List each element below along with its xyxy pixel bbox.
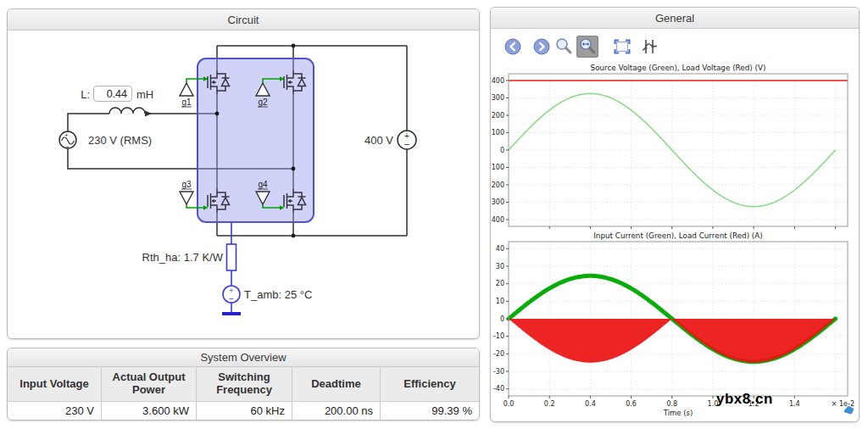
current-chart: 403020100-10-20-30-400.00.20.40.60.81.01… xyxy=(492,231,860,425)
circuit-panel: Circuit L: mH + − 230 V (RMS) xyxy=(7,8,480,339)
circuit-diagram: L: mH + − 230 V (RMS) + − 400 V xyxy=(8,31,479,339)
col-switching-frequency: Switching Frequency xyxy=(197,367,292,402)
value-switching-frequency: 60 kHz xyxy=(197,402,292,420)
svg-text:-300: -300 xyxy=(492,198,504,206)
zoom-horizontal-icon[interactable] xyxy=(576,36,598,58)
svg-text:-200: -200 xyxy=(492,181,504,189)
col-efficiency: Efficiency xyxy=(381,367,479,402)
value-input-voltage: 230 V xyxy=(8,402,102,420)
svg-text:-30: -30 xyxy=(493,368,504,376)
svg-text:Input Current (Green), Load C: Input Current (Green), Load Current (Red… xyxy=(593,231,763,240)
ac-plus: + xyxy=(64,131,69,139)
ac-source[interactable]: + − 230 V (RMS) xyxy=(59,131,152,151)
col-actual-output-power: Actual Output Power xyxy=(102,367,197,402)
svg-text:40: 40 xyxy=(496,245,504,253)
zoom-fit-icon[interactable] xyxy=(611,36,633,58)
svg-text:0.8: 0.8 xyxy=(666,400,677,408)
system-overview-title: System Overview xyxy=(8,348,479,367)
forward-icon[interactable] xyxy=(531,36,553,58)
svg-text:0.0: 0.0 xyxy=(504,400,515,408)
thermal-resistor[interactable] xyxy=(227,244,236,270)
system-overview-panel: System Overview Input Voltage Actual Out… xyxy=(7,348,480,421)
gate-label-g1: g1 xyxy=(181,98,192,107)
svg-text:-40: -40 xyxy=(493,385,504,393)
svg-text:Time (s): Time (s) xyxy=(663,409,693,417)
col-deadtime: Deadtime xyxy=(292,367,381,402)
zoom-icon[interactable] xyxy=(553,36,575,58)
svg-text:-20: -20 xyxy=(493,350,504,358)
gate-label-g2: g2 xyxy=(258,98,268,107)
hand-grip-icon[interactable] xyxy=(843,404,855,419)
dc-source-label: 400 V xyxy=(364,134,393,147)
svg-text:20: 20 xyxy=(496,280,504,287)
watermark: ybx8.cn xyxy=(716,391,773,408)
scope-toolbar xyxy=(491,30,859,64)
svg-text:Source Voltage (Green), Load: Source Voltage (Green), Load Voltage (Re… xyxy=(591,64,766,72)
value-deadtime: 200.00 ns xyxy=(292,402,381,420)
cursors-icon[interactable] xyxy=(638,36,660,58)
voltage-chart: 4003002001000-100-200-300-400Source Volt… xyxy=(492,64,860,230)
svg-text:-100: -100 xyxy=(492,164,504,171)
value-actual-output-power: 3.600 kW xyxy=(102,402,197,420)
svg-text:300: 300 xyxy=(492,94,504,102)
svg-text:0: 0 xyxy=(500,147,504,154)
overview-value-row: 230 V 3.600 kW 60 kHz 200.00 ns 99.39 % xyxy=(8,402,479,420)
scope-panel-title: General xyxy=(491,8,859,29)
chart-svg: 4003002001000-100-200-300-400Source Volt… xyxy=(492,64,860,230)
inductance-input[interactable] xyxy=(93,86,132,102)
tamb-minus: − xyxy=(229,294,234,304)
dc-source[interactable]: + − 400 V xyxy=(364,131,416,149)
circuit-panel-title: Circuit xyxy=(8,9,479,31)
thermal-resistor-label: Rth_ha: 1.7 K/W xyxy=(142,251,224,264)
svg-text:0: 0 xyxy=(500,315,504,323)
inductor-unit: mH xyxy=(136,88,153,101)
col-input-voltage: Input Voltage xyxy=(8,367,102,402)
mosfet-module-box[interactable] xyxy=(198,58,314,222)
svg-text:-10: -10 xyxy=(493,332,504,340)
scope-panel: General xyxy=(490,7,860,422)
ac-minus: − xyxy=(65,142,70,151)
back-icon[interactable] xyxy=(502,36,524,58)
gate-label-g3: g3 xyxy=(181,180,192,189)
svg-text:0.2: 0.2 xyxy=(544,400,555,408)
dc-minus: − xyxy=(404,139,409,149)
svg-text:0.6: 0.6 xyxy=(626,400,637,408)
overview-header-row: Input Voltage Actual Output Power Switch… xyxy=(8,367,479,402)
svg-text:200: 200 xyxy=(492,112,504,120)
svg-text:100: 100 xyxy=(492,129,504,136)
thermal-ground xyxy=(222,312,241,315)
ambient-label: T_amb: 25 °C xyxy=(244,288,312,301)
svg-text:1.4: 1.4 xyxy=(789,400,800,408)
svg-text:0.4: 0.4 xyxy=(585,400,596,408)
gate-label-g4: g4 xyxy=(258,180,268,189)
inductor-label: L: xyxy=(81,88,90,101)
svg-text:30: 30 xyxy=(496,263,504,270)
value-efficiency: 99.39 % xyxy=(381,402,479,420)
inductor-arrow xyxy=(145,111,152,117)
ac-source-label: 230 V (RMS) xyxy=(88,134,152,147)
chart-svg: 403020100-10-20-30-400.00.20.40.60.81.01… xyxy=(492,231,860,425)
svg-text:400: 400 xyxy=(492,77,504,85)
svg-text:10: 10 xyxy=(496,298,504,305)
svg-text:-400: -400 xyxy=(492,216,504,224)
